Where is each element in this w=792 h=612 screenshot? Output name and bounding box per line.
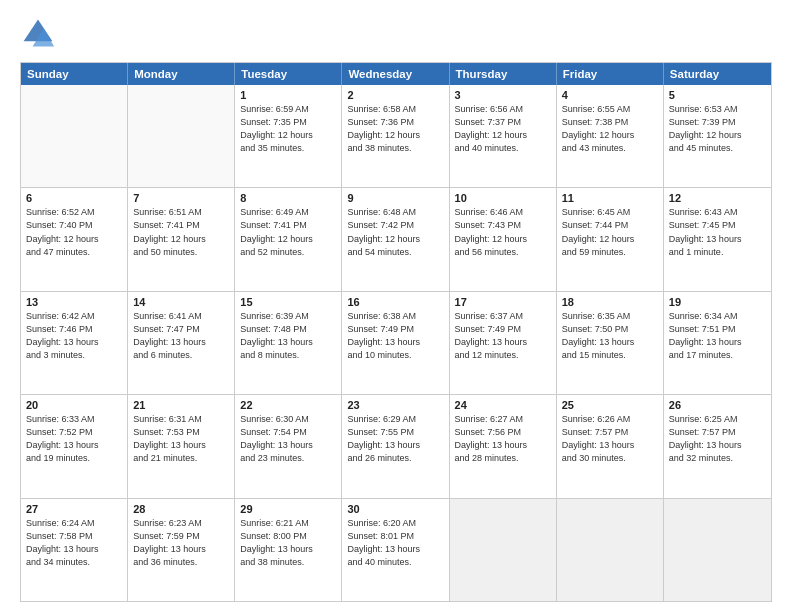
empty-cell [450,499,557,601]
header [20,16,772,52]
day-number: 13 [26,296,122,308]
cell-info: Sunrise: 6:35 AM Sunset: 7:50 PM Dayligh… [562,310,658,362]
cell-info: Sunrise: 6:48 AM Sunset: 7:42 PM Dayligh… [347,206,443,258]
calendar-row-3: 13Sunrise: 6:42 AM Sunset: 7:46 PM Dayli… [21,291,771,394]
calendar-header: SundayMondayTuesdayWednesdayThursdayFrid… [21,63,771,85]
empty-cell [557,499,664,601]
empty-cell [21,85,128,187]
day-number: 26 [669,399,766,411]
cell-info: Sunrise: 6:38 AM Sunset: 7:49 PM Dayligh… [347,310,443,362]
cell-info: Sunrise: 6:52 AM Sunset: 7:40 PM Dayligh… [26,206,122,258]
header-day-wednesday: Wednesday [342,63,449,85]
day-number: 18 [562,296,658,308]
header-day-friday: Friday [557,63,664,85]
cell-info: Sunrise: 6:23 AM Sunset: 7:59 PM Dayligh… [133,517,229,569]
cell-info: Sunrise: 6:53 AM Sunset: 7:39 PM Dayligh… [669,103,766,155]
cell-info: Sunrise: 6:25 AM Sunset: 7:57 PM Dayligh… [669,413,766,465]
cell-info: Sunrise: 6:49 AM Sunset: 7:41 PM Dayligh… [240,206,336,258]
day-cell-2: 2Sunrise: 6:58 AM Sunset: 7:36 PM Daylig… [342,85,449,187]
day-number: 2 [347,89,443,101]
day-number: 28 [133,503,229,515]
day-cell-7: 7Sunrise: 6:51 AM Sunset: 7:41 PM Daylig… [128,188,235,290]
day-number: 1 [240,89,336,101]
day-cell-10: 10Sunrise: 6:46 AM Sunset: 7:43 PM Dayli… [450,188,557,290]
day-cell-22: 22Sunrise: 6:30 AM Sunset: 7:54 PM Dayli… [235,395,342,497]
day-number: 14 [133,296,229,308]
cell-info: Sunrise: 6:37 AM Sunset: 7:49 PM Dayligh… [455,310,551,362]
day-number: 24 [455,399,551,411]
header-day-monday: Monday [128,63,235,85]
day-cell-5: 5Sunrise: 6:53 AM Sunset: 7:39 PM Daylig… [664,85,771,187]
cell-info: Sunrise: 6:58 AM Sunset: 7:36 PM Dayligh… [347,103,443,155]
day-cell-27: 27Sunrise: 6:24 AM Sunset: 7:58 PM Dayli… [21,499,128,601]
calendar-row-5: 27Sunrise: 6:24 AM Sunset: 7:58 PM Dayli… [21,498,771,601]
day-number: 30 [347,503,443,515]
day-cell-3: 3Sunrise: 6:56 AM Sunset: 7:37 PM Daylig… [450,85,557,187]
day-number: 11 [562,192,658,204]
day-number: 17 [455,296,551,308]
cell-info: Sunrise: 6:51 AM Sunset: 7:41 PM Dayligh… [133,206,229,258]
day-cell-30: 30Sunrise: 6:20 AM Sunset: 8:01 PM Dayli… [342,499,449,601]
cell-info: Sunrise: 6:26 AM Sunset: 7:57 PM Dayligh… [562,413,658,465]
logo-icon [20,16,56,52]
day-number: 12 [669,192,766,204]
day-cell-25: 25Sunrise: 6:26 AM Sunset: 7:57 PM Dayli… [557,395,664,497]
day-cell-29: 29Sunrise: 6:21 AM Sunset: 8:00 PM Dayli… [235,499,342,601]
cell-info: Sunrise: 6:43 AM Sunset: 7:45 PM Dayligh… [669,206,766,258]
header-day-thursday: Thursday [450,63,557,85]
day-cell-17: 17Sunrise: 6:37 AM Sunset: 7:49 PM Dayli… [450,292,557,394]
calendar-body: 1Sunrise: 6:59 AM Sunset: 7:35 PM Daylig… [21,85,771,601]
day-cell-12: 12Sunrise: 6:43 AM Sunset: 7:45 PM Dayli… [664,188,771,290]
cell-info: Sunrise: 6:21 AM Sunset: 8:00 PM Dayligh… [240,517,336,569]
calendar-row-2: 6Sunrise: 6:52 AM Sunset: 7:40 PM Daylig… [21,187,771,290]
day-cell-13: 13Sunrise: 6:42 AM Sunset: 7:46 PM Dayli… [21,292,128,394]
day-number: 19 [669,296,766,308]
day-number: 7 [133,192,229,204]
cell-info: Sunrise: 6:30 AM Sunset: 7:54 PM Dayligh… [240,413,336,465]
day-cell-23: 23Sunrise: 6:29 AM Sunset: 7:55 PM Dayli… [342,395,449,497]
cell-info: Sunrise: 6:24 AM Sunset: 7:58 PM Dayligh… [26,517,122,569]
day-cell-9: 9Sunrise: 6:48 AM Sunset: 7:42 PM Daylig… [342,188,449,290]
empty-cell [128,85,235,187]
cell-info: Sunrise: 6:29 AM Sunset: 7:55 PM Dayligh… [347,413,443,465]
cell-info: Sunrise: 6:42 AM Sunset: 7:46 PM Dayligh… [26,310,122,362]
day-number: 16 [347,296,443,308]
cell-info: Sunrise: 6:27 AM Sunset: 7:56 PM Dayligh… [455,413,551,465]
day-cell-15: 15Sunrise: 6:39 AM Sunset: 7:48 PM Dayli… [235,292,342,394]
cell-info: Sunrise: 6:45 AM Sunset: 7:44 PM Dayligh… [562,206,658,258]
day-cell-1: 1Sunrise: 6:59 AM Sunset: 7:35 PM Daylig… [235,85,342,187]
day-cell-11: 11Sunrise: 6:45 AM Sunset: 7:44 PM Dayli… [557,188,664,290]
day-number: 21 [133,399,229,411]
day-number: 9 [347,192,443,204]
cell-info: Sunrise: 6:31 AM Sunset: 7:53 PM Dayligh… [133,413,229,465]
day-number: 25 [562,399,658,411]
day-number: 10 [455,192,551,204]
header-day-sunday: Sunday [21,63,128,85]
day-cell-19: 19Sunrise: 6:34 AM Sunset: 7:51 PM Dayli… [664,292,771,394]
day-number: 8 [240,192,336,204]
day-number: 3 [455,89,551,101]
day-cell-20: 20Sunrise: 6:33 AM Sunset: 7:52 PM Dayli… [21,395,128,497]
empty-cell [664,499,771,601]
cell-info: Sunrise: 6:55 AM Sunset: 7:38 PM Dayligh… [562,103,658,155]
day-number: 29 [240,503,336,515]
header-day-tuesday: Tuesday [235,63,342,85]
cell-info: Sunrise: 6:41 AM Sunset: 7:47 PM Dayligh… [133,310,229,362]
day-cell-8: 8Sunrise: 6:49 AM Sunset: 7:41 PM Daylig… [235,188,342,290]
day-number: 4 [562,89,658,101]
day-cell-4: 4Sunrise: 6:55 AM Sunset: 7:38 PM Daylig… [557,85,664,187]
day-number: 20 [26,399,122,411]
day-cell-16: 16Sunrise: 6:38 AM Sunset: 7:49 PM Dayli… [342,292,449,394]
day-cell-24: 24Sunrise: 6:27 AM Sunset: 7:56 PM Dayli… [450,395,557,497]
calendar-row-4: 20Sunrise: 6:33 AM Sunset: 7:52 PM Dayli… [21,394,771,497]
day-number: 23 [347,399,443,411]
cell-info: Sunrise: 6:33 AM Sunset: 7:52 PM Dayligh… [26,413,122,465]
day-number: 5 [669,89,766,101]
day-cell-21: 21Sunrise: 6:31 AM Sunset: 7:53 PM Dayli… [128,395,235,497]
day-number: 27 [26,503,122,515]
day-cell-26: 26Sunrise: 6:25 AM Sunset: 7:57 PM Dayli… [664,395,771,497]
day-cell-18: 18Sunrise: 6:35 AM Sunset: 7:50 PM Dayli… [557,292,664,394]
day-number: 15 [240,296,336,308]
cell-info: Sunrise: 6:56 AM Sunset: 7:37 PM Dayligh… [455,103,551,155]
calendar-row-1: 1Sunrise: 6:59 AM Sunset: 7:35 PM Daylig… [21,85,771,187]
